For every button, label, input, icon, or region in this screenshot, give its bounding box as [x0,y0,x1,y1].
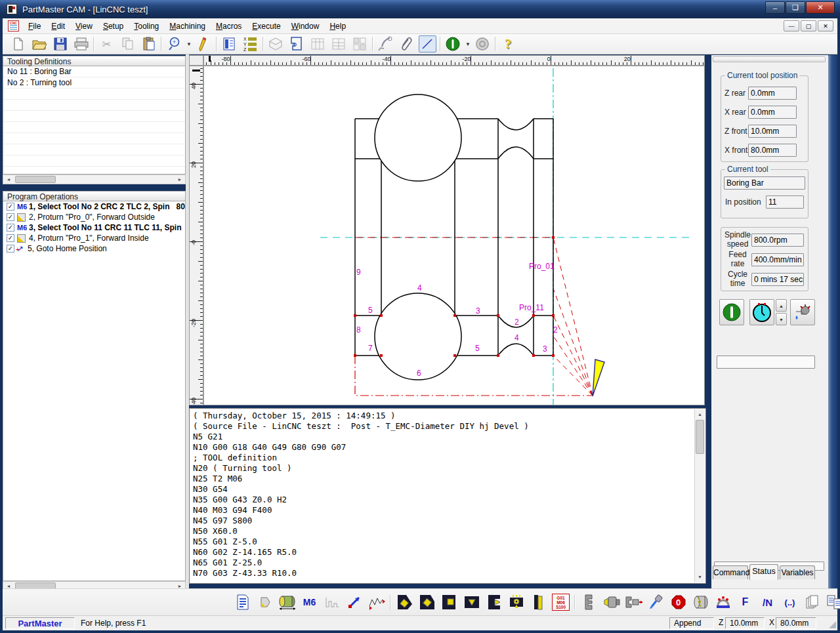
face-tool-icon[interactable] [485,594,503,611]
menu-machining[interactable]: Machining [164,20,211,33]
program-list-icon[interactable] [220,35,238,52]
operation-checkbox[interactable]: ✓ [7,245,14,253]
gcode-output-panel[interactable]: ( Thursday, October 15, 2015 : 14:49:15 … [189,408,706,584]
open-folder-icon[interactable] [30,35,48,52]
tooling-item[interactable]: No 11 : Boring Bar [3,66,185,77]
op-chart-icon[interactable] [323,594,341,611]
feed-f-icon[interactable]: F [736,594,754,611]
gcode-text[interactable]: ( Thursday, October 15, 2015 : 14:49:15 … [193,411,694,582]
override-up-button[interactable]: ▲ [776,299,787,312]
line-tool-icon[interactable] [419,35,436,52]
z-front-field[interactable]: 10.0mm [748,125,797,138]
coolant-button[interactable] [790,299,815,325]
tab-command[interactable]: Command [713,565,748,579]
xyz-list-icon[interactable]: XYZ [242,35,259,52]
view-3d-icon[interactable] [267,35,285,52]
message-field[interactable] [717,356,815,369]
document-icon[interactable]: CNC [8,20,19,31]
block-number-icon[interactable]: /N [759,594,776,611]
tooling-definitions-list[interactable]: No 11 : Boring BarNo 2 : Turning tool [3,66,186,174]
machine-outline-icon[interactable] [288,35,306,52]
menu-setup[interactable]: Setup [98,20,129,33]
cycle-start-button[interactable] [719,299,744,325]
program-operations-list[interactable]: ✓M61, Select Tool No 2 CRC 2 TLC 2, Spin… [3,201,186,581]
menu-edit[interactable]: Edit [46,20,70,33]
chuck-icon[interactable] [580,594,598,611]
menu-tooling[interactable]: Tooling [129,20,164,33]
right-dock-splitter[interactable] [828,55,837,615]
feed-override-dial-button[interactable] [749,299,774,325]
mdi-close-button[interactable]: ✕ [818,20,833,31]
profile-teach-icon[interactable] [368,594,385,611]
print-icon[interactable] [72,35,90,52]
billet-flash-icon[interactable] [692,594,709,611]
drill-tool-icon[interactable] [507,594,525,611]
menu-file[interactable]: File [23,20,46,33]
resize-grip[interactable]: ◢ [829,619,836,629]
tab-variables[interactable]: Variables [780,565,815,579]
goto-position-icon[interactable] [345,594,363,611]
comment-icon[interactable]: (..) [781,594,799,611]
tooling-list-hscrollbar[interactable]: ◄ ► [3,174,186,184]
power-on-icon[interactable] [444,35,462,52]
stop-zero-icon[interactable]: 0 [669,594,687,611]
gcode-doc-icon[interactable] [234,594,251,611]
x-rear-field[interactable]: 0.0mm [748,106,797,119]
power-off-icon[interactable] [474,35,492,52]
menu-view[interactable]: View [70,20,98,33]
scroll-down-icon[interactable]: ▼ [696,573,704,582]
spindle-speed-field[interactable]: 800.0rpm [751,234,804,247]
paperclip-icon[interactable] [398,35,415,52]
feather-icon[interactable] [377,35,394,52]
panel-grip[interactable] [713,56,826,62]
z-rear-field[interactable]: 0.0mm [748,87,797,100]
scroll-up-icon[interactable]: ▲ [696,410,704,419]
tool-small-icon[interactable] [256,594,274,611]
scroll-right-icon[interactable]: ► [175,176,184,183]
power-dropdown-icon[interactable]: ▼ [465,41,471,47]
in-position-field[interactable]: 11 [766,195,804,209]
minimize-button[interactable]: – [765,1,785,14]
render-brush-icon[interactable] [647,594,665,611]
table-2-icon[interactable] [330,35,348,52]
current-tool-field[interactable]: Boring Bar [724,176,805,190]
grid-icon[interactable] [351,35,369,52]
steady-rest-icon[interactable] [714,594,732,611]
menu-help[interactable]: Help [324,20,351,33]
mdi-minimize-button[interactable]: — [784,20,799,31]
gcode-vscrollbar[interactable]: ▲ ▼ [694,409,705,582]
gcode-block-icon[interactable]: G01 M06 S100 [552,594,570,611]
pencil-icon[interactable] [195,35,213,52]
groove-tool-icon[interactable] [463,594,480,611]
zoom-dropdown-icon[interactable]: ▼ [186,41,192,47]
scroll-thumb[interactable] [696,420,704,454]
operation-checkbox[interactable]: ✓ [7,213,14,221]
m6-tool-change-icon[interactable]: M6 [301,594,318,611]
menu-window[interactable]: Window [286,20,325,33]
paste-icon[interactable] [140,35,158,52]
override-down-button[interactable]: ▼ [776,313,787,325]
x-front-field[interactable]: 80.0mm [748,144,797,157]
turn-tool-outside-icon[interactable] [396,594,413,611]
tailstock-drill-icon[interactable] [602,594,620,611]
cut-icon[interactable]: ✂ [98,35,116,52]
operation-checkbox[interactable]: ✓ [7,234,14,242]
menu-macros[interactable]: Macros [211,20,247,33]
close-button[interactable]: ✕ [806,1,835,14]
operation-row[interactable]: ✓4, Proturn "Pro_1", Forward Inside [3,233,185,243]
save-icon[interactable] [51,35,69,52]
operation-row[interactable]: ✓M61, Select Tool No 2 CRC 2 TLC 2, Spin… [3,201,185,212]
scroll-left-icon[interactable]: ◄ [4,176,13,183]
copy-pages-icon[interactable] [826,594,840,611]
help-icon[interactable]: ? [499,35,517,52]
copy-icon[interactable] [119,35,136,52]
tooling-item[interactable]: No 2 : Turning tool [3,77,185,89]
table-1-icon[interactable] [309,35,327,52]
chuck-eject-icon[interactable] [625,594,642,611]
operation-row[interactable]: ✓↗5, Goto Home Position [3,243,185,254]
operation-checkbox[interactable]: ✓ [7,203,14,211]
bore-tool-icon[interactable] [440,594,458,611]
new-doc-icon[interactable] [9,35,27,52]
operation-checkbox[interactable]: ✓ [7,224,14,232]
mdi-restore-button[interactable]: ▢ [801,20,816,31]
